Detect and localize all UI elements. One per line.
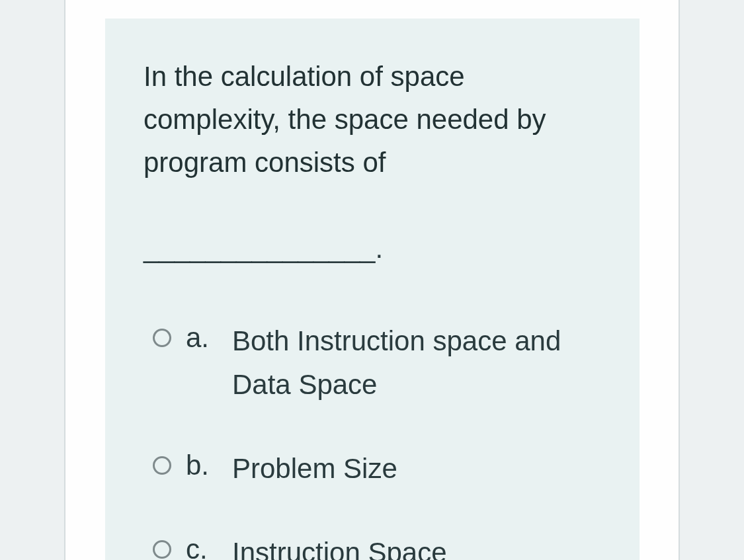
option-letter: b.: [186, 447, 232, 485]
option-text: Problem Size: [232, 447, 397, 490]
option-c[interactable]: c. Instruction Space: [153, 531, 601, 560]
radio-icon[interactable]: [153, 456, 171, 475]
option-text: Both Instruction space and Data Space: [232, 319, 601, 405]
option-text: Instruction Space: [232, 531, 447, 560]
radio-icon[interactable]: [153, 540, 171, 559]
option-letter: a.: [186, 319, 232, 357]
radio-icon[interactable]: [153, 329, 171, 347]
question-blank: _______________.: [144, 227, 383, 270]
question-stem: In the calculation of space complexity, …: [144, 61, 546, 178]
options-list: a. Both Instruction space and Data Space…: [144, 319, 601, 560]
question-text: In the calculation of space complexity, …: [144, 55, 601, 270]
question-card: In the calculation of space complexity, …: [105, 19, 640, 560]
option-letter: c.: [186, 531, 232, 560]
option-a[interactable]: a. Both Instruction space and Data Space: [153, 319, 601, 405]
option-b[interactable]: b. Problem Size: [153, 447, 601, 490]
